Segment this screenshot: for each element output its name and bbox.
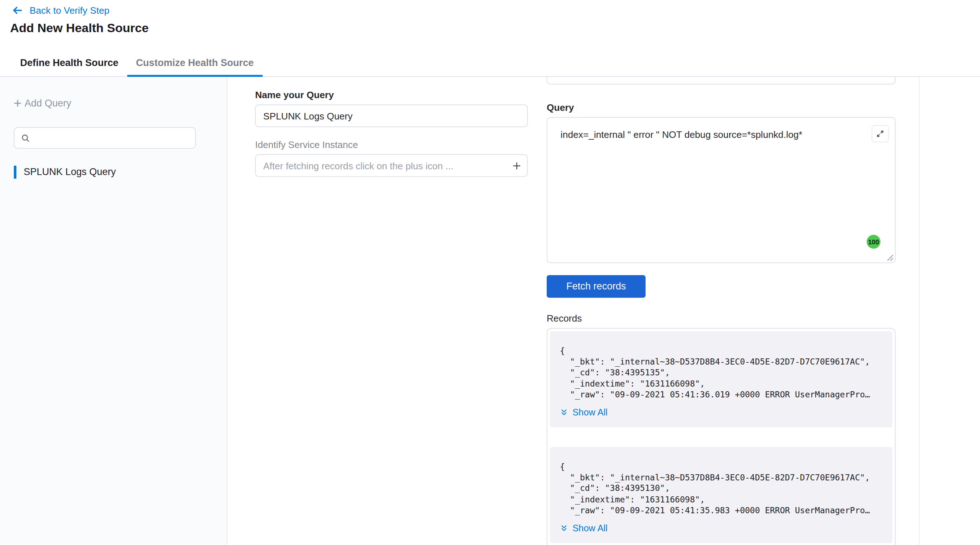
show-all-button[interactable]: Show All — [560, 523, 883, 533]
record-json-line: "_cd": "38:4395130", — [560, 483, 883, 494]
query-editor: index=_internal " error " NOT debug sour… — [547, 117, 896, 263]
back-arrow-icon — [11, 4, 23, 16]
records-container: { "_bkt": "_internal~38~D537D8B4-3EC0-4D… — [547, 328, 896, 545]
record-json-line: "_raw": "09-09-2021 05:41:36.019 +0000 E… — [560, 389, 883, 400]
back-link-label: Back to Verify Step — [30, 5, 110, 16]
tab-define-health-source[interactable]: Define Health Source — [11, 50, 127, 76]
selected-indicator-bar — [14, 165, 16, 179]
service-instance-input[interactable] — [255, 154, 528, 177]
expand-query-button[interactable] — [872, 125, 889, 142]
record-json-line: "_bkt": "_internal~38~D537D8B4-3EC0-4D5E… — [560, 357, 883, 367]
show-all-button[interactable]: Show All — [560, 407, 883, 418]
tab-customize-health-source[interactable]: Customize Health Source — [127, 50, 262, 76]
show-all-label: Show All — [572, 523, 607, 533]
back-to-verify-step-link[interactable]: Back to Verify Step — [11, 3, 110, 17]
name-your-query-label: Name your Query — [255, 89, 334, 100]
record-json-line: { — [560, 346, 883, 357]
scrolled-input-partial[interactable] — [547, 77, 896, 84]
search-input[interactable] — [35, 132, 189, 143]
records-label: Records — [547, 313, 582, 324]
add-query-button[interactable]: Add Query — [13, 97, 71, 109]
stage: Back to Verify Step Add New Health Sourc… — [0, 0, 980, 545]
record-json-line: "_indextime": "1631166098", — [560, 494, 883, 505]
content-scroll-area: Name your Query Identify Service Instanc… — [228, 77, 920, 545]
identify-service-instance-label: Identify Service Instance — [255, 139, 358, 150]
query-list-item-splunk-logs-query[interactable]: SPLUNK Logs Query — [14, 164, 116, 180]
plus-icon — [511, 160, 522, 171]
record-json-line: { — [560, 462, 883, 472]
query-name-input[interactable] — [255, 105, 528, 127]
fetch-records-button[interactable]: Fetch records — [547, 275, 646, 298]
plus-icon — [13, 98, 23, 108]
show-all-label: Show All — [572, 407, 607, 418]
add-query-label: Add Query — [25, 97, 71, 109]
record-card: { "_bkt": "_internal~38~D537D8B4-3EC0-4D… — [550, 447, 892, 543]
record-json-line: "_bkt": "_internal~38~D537D8B4-3EC0-4D5E… — [560, 472, 883, 483]
service-instance-field — [255, 154, 528, 177]
query-search-box — [14, 127, 196, 148]
search-icon — [21, 133, 30, 143]
resize-grip-icon[interactable] — [887, 254, 894, 261]
page-title: Add New Health Source — [10, 21, 149, 35]
wizard-tabbar: Define Health Source Customize Health So… — [0, 50, 980, 77]
expand-icon — [876, 130, 884, 138]
record-json-line: "_indextime": "1631166098", — [560, 378, 883, 389]
query-label: Query — [547, 102, 574, 113]
add-health-source-page: Back to Verify Step Add New Health Sourc… — [0, 0, 980, 545]
service-instance-add-button[interactable] — [508, 157, 525, 173]
record-count-badge: 100 — [867, 235, 880, 249]
double-chevron-down-icon — [560, 408, 568, 416]
query-input[interactable]: index=_internal " error " NOT debug sour… — [548, 118, 895, 262]
query-sidebar: Add Query SPLUNK Logs Query — [0, 77, 228, 545]
record-json-line: "_cd": "38:4395135", — [560, 367, 883, 378]
double-chevron-down-icon — [560, 524, 568, 532]
wizard-body: Add Query SPLUNK Logs Query Name your Qu… — [0, 77, 980, 545]
record-card: { "_bkt": "_internal~38~D537D8B4-3EC0-4D… — [550, 331, 892, 427]
record-json-line: "_raw": "09-09-2021 05:41:35.983 +0000 E… — [560, 505, 883, 516]
query-item-label: SPLUNK Logs Query — [24, 166, 116, 177]
